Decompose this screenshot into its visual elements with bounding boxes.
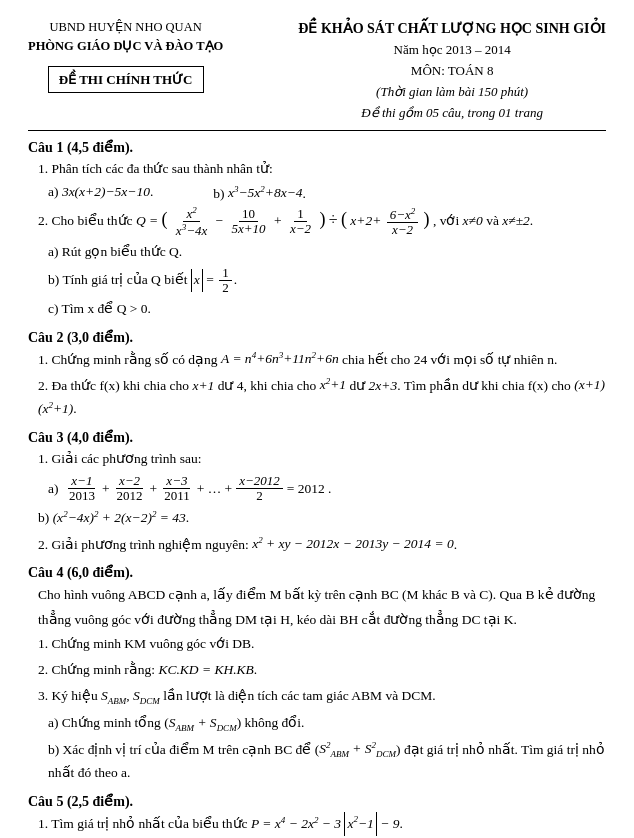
header-divider [28, 130, 606, 131]
header: UBND HUYỆN NHO QUAN PHÒNG GIÁO DỤC VÀ ĐÀ… [28, 18, 606, 124]
cau3-intro: 1. Giải các phương trình sau: [38, 448, 606, 471]
header-right: ĐỀ KHẢO SÁT CHẤT LƯỢNG HỌC SINH GIỎI Năm… [298, 18, 606, 124]
exam-subject: MÔN: TOÁN 8 [298, 61, 606, 82]
cau1-q1b: b) x3−5x2+8x−4. [213, 184, 306, 202]
cau3-section: Câu 3 (4,0 điểm). 1. Giải các phương trì… [28, 429, 606, 556]
cau1-q2-label: 2. Cho biểu thức Q = ( x2 x3−4x − 10 5x+… [38, 204, 606, 238]
cau3-q1a: a) x−12013 + x−22012 + x−32011 + … + x−2… [48, 474, 606, 504]
cau2-title: Câu 2 (3,0 điểm). [28, 329, 606, 346]
cau4-q3-intro: 3. Ký hiệu SABM, SDCM lần lượt là diện t… [38, 685, 606, 709]
q2-frac2: 10 5x+10 [229, 207, 269, 237]
exam-note: Đề thi gồm 05 câu, trong 01 trang [298, 103, 606, 124]
cau2-q1: 1. Chứng minh rằng số có dạng A = n4+6n3… [38, 348, 606, 371]
cau4-q3b: b) Xác định vị trí của điểm M trên cạnh … [48, 738, 606, 785]
cau1-section: Câu 1 (4,5 điểm). 1. Phân tích các đa th… [28, 139, 606, 321]
cau5-q1: 1. Tìm giá trị nhỏ nhất của biểu thức P … [38, 812, 606, 835]
cau3-title: Câu 3 (4,0 điểm). [28, 429, 606, 446]
abs-x: x [191, 269, 203, 292]
exam-time: (Thời gian làm bài 150 phút) [298, 82, 606, 103]
cau5-title: Câu 5 (2,5 điểm). [28, 793, 606, 810]
cau4-intro: Cho hình vuông ABCD cạnh a, lấy điểm M b… [38, 583, 606, 632]
cau1-qa: a) Rút gọn biểu thức Q. [48, 241, 606, 264]
cau4-section: Câu 4 (6,0 điểm). Cho hình vuông ABCD cạ… [28, 564, 606, 785]
cau1-qc: c) Tìm x để Q > 0. [48, 298, 606, 321]
cau4-q3a: a) Chứng minh tổng (SABM + SDCM) không đ… [48, 712, 606, 736]
cau1-q1a: a) 3x(x+2)−5x−10. [48, 184, 153, 200]
exam-title: ĐỀ KHẢO SÁT CHẤT LƯỢNG HỌC SINH GIỎI [298, 18, 606, 40]
abs-expr: x2−1 [344, 812, 376, 835]
cau4-q1: 1. Chứng minh KM vuông góc với DB. [38, 633, 606, 656]
header-org2: PHÒNG GIÁO DỤC VÀ ĐÀO TẠO [28, 37, 223, 56]
cau3-q1b: b) (x2−4x)2 + 2(x−2)2 = 43. [38, 506, 606, 529]
q2-frac1: x2 x3−4x [173, 206, 210, 238]
header-left: UBND HUYỆN NHO QUAN PHÒNG GIÁO DỤC VÀ ĐÀ… [28, 18, 223, 93]
cau3-q2: 2. Giải phương trình nghiệm nguyên: x2 +… [38, 533, 606, 556]
header-org1: UBND HUYỆN NHO QUAN [28, 18, 223, 37]
q2-frac3: 1 x−2 [287, 207, 314, 237]
cau4-q2: 2. Chứng minh rằng: KC.KD = KH.KB. [38, 659, 606, 682]
cau1-title: Câu 1 (4,5 điểm). [28, 139, 606, 156]
cau1-qb: b) Tính giá trị của Q biết x = 1 2 . [48, 266, 606, 296]
cau5-section: Câu 5 (2,5 điểm). 1. Tìm giá trị nhỏ nhấ… [28, 793, 606, 838]
cau2-q2: 2. Đa thức f(x) khi chia cho x+1 dư 4, k… [38, 374, 606, 421]
cau4-title: Câu 4 (6,0 điểm). [28, 564, 606, 581]
de-chinh-thuc-box: ĐỀ THI CHÍNH THỨC [48, 66, 204, 94]
exam-year: Năm học 2013 – 2014 [298, 40, 606, 61]
cau1-q1-label: 1. Phân tích các đa thức sau thành nhân … [38, 158, 606, 181]
half-frac: 1 2 [219, 266, 232, 296]
cau2-section: Câu 2 (3,0 điểm). 1. Chứng minh rằng số … [28, 329, 606, 421]
q2-frac4: 6−x2 x−2 [387, 206, 419, 237]
